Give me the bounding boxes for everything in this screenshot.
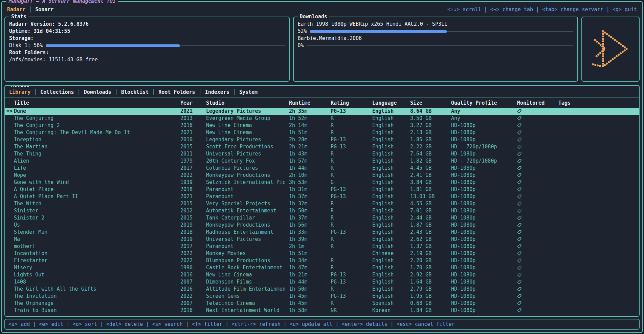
cell-studio: Automatik Entertainment (206, 207, 289, 214)
table-row[interactable]: Life2017Columbia Pictures1h 44mREnglish4… (5, 165, 639, 172)
table-row[interactable]: Gone with the Wind1939Selznick Internati… (5, 179, 639, 186)
monitored-tag-icon (517, 287, 521, 291)
cell-monitored (517, 172, 558, 179)
table-row[interactable]: Misery1990Castle Rock Entertainment1h 47… (5, 264, 639, 271)
col-quality-profile: Quality Profile (451, 100, 517, 106)
cell-year: 2018 (180, 229, 206, 236)
cell-quality-profile: HD - 720p/1080p (451, 143, 517, 150)
tab-root-folders[interactable]: Root Folders (158, 89, 195, 95)
managarr-logo-icon (588, 28, 633, 70)
tab-downloads[interactable]: Downloads (84, 89, 111, 95)
cell-monitored (517, 150, 558, 158)
cell-title: Inception (14, 136, 180, 143)
cell-quality-profile: HD-1080p (451, 122, 517, 129)
table-row[interactable]: A Quiet Place2018Paramount1h 31mPG-13Eng… (5, 186, 639, 193)
cell-monitored (517, 165, 558, 172)
table-header: Title Year Studio Runtime Rating Languag… (5, 98, 639, 108)
tab-divider: │ (77, 89, 81, 95)
table-row[interactable]: Sinister2012Automatik Entertainment1h 50… (5, 207, 639, 214)
cell-rating: PG-13 (331, 193, 372, 200)
monitored-tag-icon (517, 194, 521, 199)
cell-title: Gone with the Wind (14, 179, 180, 186)
download-percent-label: 0% (298, 42, 304, 49)
cell-language: English (372, 136, 410, 143)
tab-blocklist[interactable]: Blocklist (121, 89, 149, 95)
cell-size: 2.19 GB (410, 250, 451, 257)
cell-title: A Quiet Place (14, 186, 180, 193)
cell-rating: PG-13 (331, 271, 372, 278)
table-row[interactable]: Lights Out2016New Line Cinema1h 21mPG-13… (5, 271, 639, 278)
cell-title: The Conjuring 2 (14, 122, 180, 129)
cell-runtime: 1h 44m (289, 165, 331, 172)
download-item-progress-row: 0% (298, 42, 574, 49)
cell-rating: PG-13 (331, 293, 372, 300)
root-folders-header: Root Folders: (9, 49, 285, 56)
table-row[interactable]: mother!2017Paramount2h 1mREnglish1.37 GB… (5, 243, 639, 250)
cell-studio: Telecinco Cinema (206, 300, 289, 307)
table-row[interactable]: =>Dune2021Legendary Pictures2h 35mPG-13E… (5, 108, 639, 115)
table-row[interactable]: The Witch2015Very Special Projects1h 32m… (5, 200, 639, 207)
cell-studio: Scott Free Productions (206, 143, 289, 150)
table-row[interactable]: The Orphanage2007Telecinco Cinema1h 45mR… (5, 300, 639, 307)
cell-runtime: 1h 52m (289, 115, 331, 122)
cell-rating: R (331, 243, 372, 250)
cell-rating: R (331, 207, 372, 214)
tab-radarr[interactable]: Radarr (7, 6, 25, 13)
table-row[interactable]: Nope2022Monkeypaw Productions2h 10mREngl… (5, 172, 639, 179)
cell-language: English (372, 172, 410, 179)
cell-year: 2019 (180, 222, 206, 229)
table-row[interactable]: The Girl with All the Gifts2016Altitude … (5, 286, 639, 293)
cell-studio: Very Special Projects (206, 200, 289, 207)
cell-language: English (372, 286, 410, 293)
cell-year: 2017 (180, 243, 206, 250)
cell-runtime: 1h 37m (289, 214, 331, 222)
table-row[interactable]: 14082007Dimension Films1h 44mPG-13Englis… (5, 278, 639, 286)
tab-library[interactable]: Library (9, 89, 30, 95)
cell-monitored (517, 250, 558, 257)
cell-rating: R (331, 264, 372, 271)
monitored-tag-icon (517, 230, 521, 234)
table-row[interactable]: Firestarter2022Blumhouse Productions1h 3… (5, 257, 639, 264)
col-rating: Rating (331, 100, 372, 106)
tab-system[interactable]: System (239, 89, 258, 95)
footer-keybind-bar: <a> add | <e> edit | <o> sort | <del> de… (4, 319, 640, 330)
cell-studio: Paramount (206, 193, 289, 200)
cell-runtime: 3h 53m (289, 179, 331, 186)
cell-year: 2016 (180, 122, 206, 129)
tab-collections[interactable]: Collections (40, 89, 74, 95)
tab-sonarr[interactable]: Sonarr (35, 6, 53, 13)
tab-indexers[interactable]: Indexers (205, 89, 229, 95)
download-item-progress-row: 52% (298, 28, 574, 35)
table-row[interactable]: Us2019Monkeypaw Productions1h 56mREnglis… (5, 222, 639, 229)
top-bar: Radarr │ Sonarr <↑↓> scroll | <↔> change… (4, 4, 640, 14)
cell-size: 2.43 GB (410, 229, 451, 236)
table-row[interactable]: Inception2010Legendary Pictures2h 28mPG-… (5, 136, 639, 143)
cell-monitored (517, 200, 558, 207)
table-row[interactable]: The Martian2015Scott Free Productions2h … (5, 143, 639, 150)
cell-title: Train to Busan (14, 307, 180, 314)
table-row[interactable]: A Quiet Place Part II2021Paramount1h 37m… (5, 193, 639, 200)
table-row[interactable]: Incantation2022Monkey Movies1h 51mChines… (5, 250, 639, 257)
cell-year: 2016 (180, 271, 206, 278)
cell-rating: PG-13 (331, 136, 372, 143)
cell-language: English (372, 257, 410, 264)
download-progress-gauge-fill (310, 30, 447, 33)
table-row[interactable]: The Conjuring 22016New Line Cinema2h 14m… (5, 122, 639, 129)
cell-quality-profile: HD-1080p (451, 165, 517, 172)
stats-panel-title: Stats (9, 14, 28, 20)
monitored-tag-icon (517, 152, 521, 156)
cell-studio: Evergreen Media Group (206, 115, 289, 122)
cell-runtime: 2h 14m (289, 122, 331, 129)
cell-quality-profile: HD-1080p (451, 193, 517, 200)
table-row[interactable]: The Thing2011Universal Pictures1h 43mREn… (5, 150, 639, 158)
table-row[interactable]: Slender Man2018Madhouse Entertainment1h … (5, 229, 639, 236)
table-row[interactable]: Train to Busan2016Next Entertainment Wor… (5, 307, 639, 314)
cell-size: 2.22 GB (410, 143, 451, 150)
table-row[interactable]: The Conjuring2013Evergreen Media Group1h… (5, 115, 639, 122)
table-row[interactable]: Ma2019Universal Pictures1h 39mREnglish2.… (5, 236, 639, 243)
table-row[interactable]: The Invitation2022Screen Gems1h 45mPG-13… (5, 293, 639, 300)
table-row[interactable]: Alien197920th Century Fox1h 57mREnglish1… (5, 158, 639, 165)
table-row[interactable]: The Conjuring: The Devil Made Me Do It20… (5, 129, 639, 136)
cell-year: 2022 (180, 257, 206, 264)
table-row[interactable]: Sinister 22015Tank Caterpillar1h 37mREng… (5, 214, 639, 222)
